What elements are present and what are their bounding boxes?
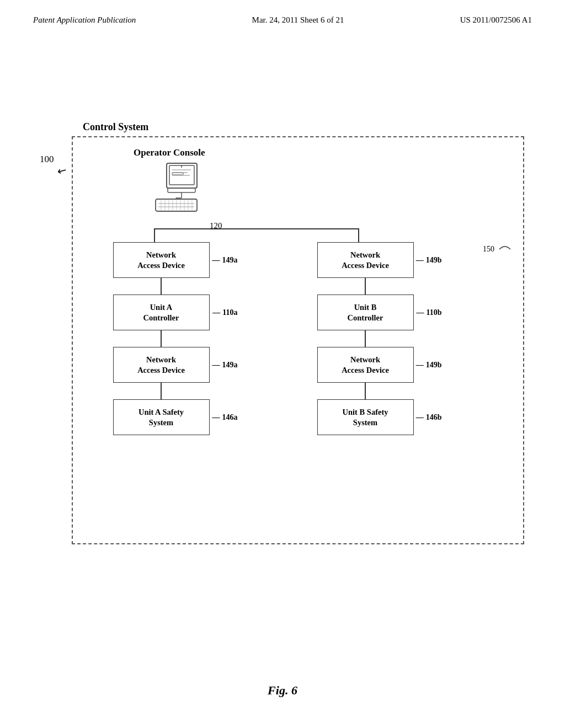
left-nad-bottom-ref: 149a [212,360,238,370]
right-nad-top-label: NetworkAccess Device [342,250,389,271]
ref-150: 150 [483,241,513,260]
right-nad-bottom-label: NetworkAccess Device [342,355,389,376]
right-connector-1 [365,278,366,295]
ref-100: 100 [40,154,54,165]
header-publication: Patent Application Publication [33,15,136,25]
right-nad-top: NetworkAccess Device 149b [317,242,414,278]
right-controller: Unit BController 110b [317,295,414,330]
right-column: NetworkAccess Device 149b Unit BControll… [310,242,420,435]
left-connector-3 [161,383,162,399]
right-safety-ref: 146b [416,412,442,422]
left-safety-label: Unit A SafetySystem [138,407,184,428]
left-column: NetworkAccess Device 149a Unit AControll… [106,242,216,435]
left-connector-2 [161,330,162,347]
operator-console-label: Operator Console [134,147,205,158]
left-safety-ref: 146a [212,412,238,422]
right-safety: Unit B SafetySystem 146b [317,399,414,435]
outer-box: 100 ↙ Operator Console [72,136,524,544]
svg-rect-8 [156,199,197,211]
horiz-line-top [154,228,359,229]
right-controller-label: Unit BController [348,302,383,323]
ref-100-arrow: ↙ [55,162,70,178]
left-controller-label: Unit AController [143,302,179,323]
control-system-label: Control System [83,121,519,133]
right-connector-2 [365,330,366,347]
right-nad-bottom: NetworkAccess Device 149b [317,347,414,383]
left-controller-ref: 110a [212,307,237,317]
header-date-sheet: Mar. 24, 2011 Sheet 6 of 21 [252,15,344,25]
left-controller: Unit AController 110a [113,295,210,330]
right-nad-top-ref: 149b [416,255,442,265]
right-connector-3 [365,383,366,399]
right-nad-bottom-ref: 149b [416,360,442,370]
left-safety: Unit A SafetySystem 146a [113,399,210,435]
computer-icon [150,160,216,221]
left-connector-1 [161,278,162,295]
diagram-area: Control System 100 ↙ Operator Console [44,121,519,544]
svg-rect-2 [168,188,195,192]
header-patent-number: US 2011/0072506 A1 [460,15,532,25]
left-nad-top-label: NetworkAccess Device [137,250,185,271]
left-nad-bottom-label: NetworkAccess Device [137,355,185,376]
svg-rect-3 [172,173,183,175]
right-safety-label: Unit B SafetySystem [343,407,388,428]
left-nad-top: NetworkAccess Device 149a [113,242,210,278]
fig-label: Fig. 6 [268,683,297,698]
left-nad-top-ref: 149a [212,255,238,265]
svg-text:150: 150 [483,245,494,253]
left-nad-bottom: NetworkAccess Device 149a [113,347,210,383]
right-controller-ref: 110b [416,307,441,317]
